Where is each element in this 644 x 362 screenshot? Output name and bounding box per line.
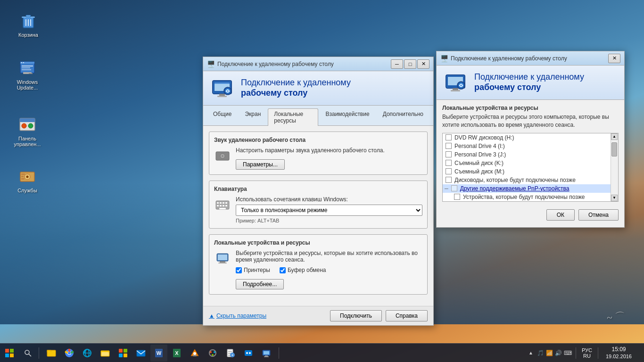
device-checkbox-group[interactable] [451,185,457,191]
sound-section-title: Звук удаленного рабочего стола [214,137,422,143]
group-expand-icon: ─ [445,186,448,191]
svg-rect-11 [22,67,30,68]
desktop: Корзина Windows Update... [0,0,644,362]
tray-icon-network[interactable]: 📶 [546,350,553,356]
clock-display[interactable]: 15:09 19.02.2016 [602,346,636,360]
taskbar-icon-mail[interactable] [132,345,149,362]
tab-interaction[interactable]: Взаимодействие [319,108,375,125]
tray-icon-volume[interactable]: 🔊 [555,350,562,356]
connect-btn[interactable]: Подключить [330,310,382,321]
help-btn[interactable]: Справка [386,310,428,321]
sound-row: Настроить параметры звука удаленного раб… [214,147,422,170]
svg-rect-30 [217,96,227,97]
svg-rect-92 [228,351,232,352]
scroll-thumb[interactable] [611,142,617,156]
tray-icon-vlc[interactable]: 🎵 [537,350,544,356]
clock-date: 19.02.2016 [606,353,632,360]
taskbar-icon-vlc[interactable] [186,345,203,362]
more-btn[interactable]: Подробнее... [236,279,284,289]
svg-rect-103 [264,356,269,357]
device-group-header[interactable]: ─ Другие поддерживаемые PnP-устройства [443,184,611,193]
svg-rect-57 [5,349,9,353]
device-checkbox-4[interactable] [446,168,452,174]
rdp-window-2: 🖥️ Подключение к удаленному рабочему сто… [436,51,625,228]
clipboard-checkbox[interactable] [280,267,286,273]
tab-screen[interactable]: Экран [239,108,267,125]
window1-footer: ▲ Скрыть параметры Подключить Справка [203,306,433,325]
device-item-3[interactable]: Съемный диск (K:) [443,159,611,167]
clock-time: 15:09 [606,346,632,354]
device-item-5[interactable]: Дисководы, которые будут подключены позж… [443,176,611,184]
keyboard-icon [214,196,231,213]
taskbar-icon-excel[interactable]: X [168,345,185,362]
device-item-2[interactable]: Personal Drive 3 (J:) [443,150,611,159]
device-checkbox-3[interactable] [446,160,452,166]
device-checkbox-0[interactable] [446,134,452,140]
svg-rect-53 [453,88,458,90]
device-checkbox-1[interactable] [446,143,452,149]
tab-advanced[interactable]: Дополнительно [377,108,429,125]
taskbar-icon-explorer[interactable] [43,345,60,362]
search-button[interactable] [19,344,37,362]
local-devices-section: Локальные устройства и ресурсы Выберите … [209,234,428,295]
keyboard-select[interactable]: Только в полноэкранном режиме [236,205,422,216]
taskbar-icon-ie[interactable] [79,345,96,362]
svg-rect-85 [193,355,197,356]
svg-point-68 [68,352,71,354]
cancel-btn[interactable]: Отмена [578,209,619,221]
window1-close-btn[interactable]: ✕ [417,59,429,69]
svg-text:W: W [157,350,162,356]
language-indicator[interactable]: РУС RU [580,347,594,359]
taskbar-icon-network[interactable] [258,345,275,362]
start-button[interactable] [0,344,19,362]
keyboard-text-area: Использовать сочетания клавиш Windows: Т… [236,196,422,223]
desktop-signature: ~ ⌒ [606,309,626,325]
device-label-0: DVD RW дисковод (H:) [454,134,514,141]
desktop-icon-services[interactable]: Службы [8,165,46,195]
tray-icon-keyboard[interactable]: ⌨ [564,350,572,356]
svg-rect-14 [29,73,33,74]
local-devices-row: Выберите устройства и ресурсы, которые в… [214,250,422,289]
window1-maximize-btn[interactable]: □ [404,59,416,69]
notif-expand[interactable]: ▲ [527,350,535,355]
device-checkbox-7[interactable] [454,194,460,200]
taskbar-icon-messenger[interactable] [240,345,257,362]
taskbar-icon-word[interactable]: W [150,345,167,362]
svg-rect-58 [10,349,14,353]
window1-minimize-btn[interactable]: ─ [391,59,403,69]
taskbar-icon-chrome[interactable] [61,345,78,362]
device-item-4[interactable]: Съемный диск (M:) [443,167,611,176]
device-item-1[interactable]: Personal Drive 4 (I:) [443,142,611,150]
sound-section: Звук удаленного рабочего стола Настроить… [209,132,428,175]
tab-local-resources[interactable]: Локальные ресурсы [268,108,318,126]
keyboard-section: Клавиатура [209,181,428,229]
window1-header: Подключение к удаленному рабочему столу [203,71,433,106]
show-desktop-btn[interactable] [637,344,640,362]
scroll-up-btn[interactable]: ▲ [611,133,618,140]
hide-params-link[interactable]: ▲ Скрыть параметры [209,313,266,319]
svg-rect-48 [220,261,225,263]
desktop-icon-control-panel[interactable]: Панель управлен... [8,113,46,149]
device-checkbox-5[interactable] [446,177,452,183]
taskbar-icon-paint[interactable] [204,345,221,362]
device-checkbox-2[interactable] [446,151,452,157]
svg-point-35 [222,155,223,157]
taskbar-icon-windows-store[interactable] [115,345,132,362]
recycle-bin-label: Корзина [18,32,38,38]
taskbar-icon-files[interactable]: + [222,345,239,362]
window2-close-btn[interactable]: ✕ [608,54,620,63]
sound-text-area: Настроить параметры звука удаленного раб… [236,147,385,170]
sound-params-btn[interactable]: Параметры... [236,159,285,170]
device-item-0[interactable]: DVD RW дисковод (H:) [443,133,611,142]
ok-btn[interactable]: ОК [546,209,575,221]
svg-point-9 [23,62,24,63]
scroll-down-btn[interactable]: ▼ [611,195,618,201]
arrow-icon: ▲ [209,313,215,319]
taskbar-icon-folder[interactable] [97,345,114,362]
desktop-icon-recycle-bin[interactable]: Корзина [9,9,47,40]
svg-rect-39 [223,202,224,204]
desktop-icon-windows-update[interactable]: Windows Update... [8,57,46,92]
tab-general[interactable]: Общие [207,108,238,125]
printers-checkbox[interactable] [236,267,242,273]
device-item-7[interactable]: Устройства, которые будут подключены поз… [443,193,611,201]
